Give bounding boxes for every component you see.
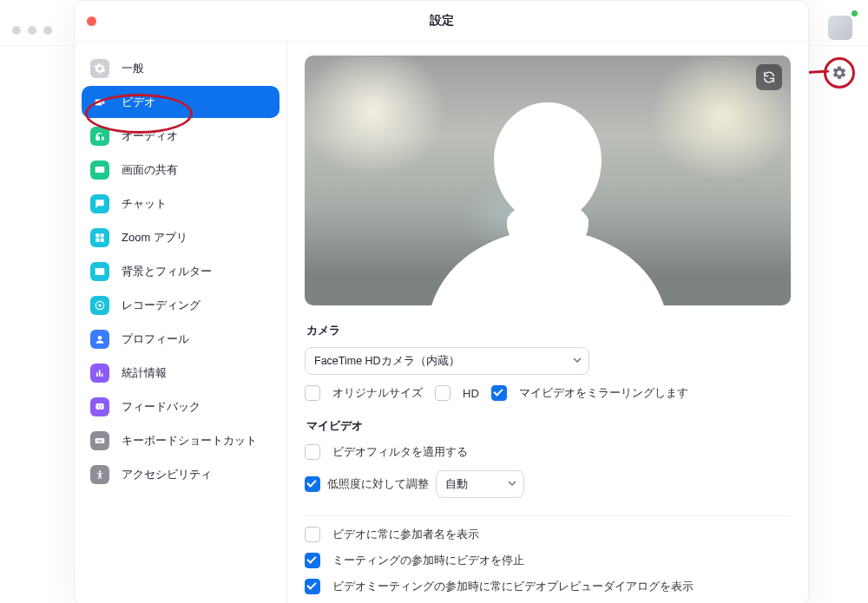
settings-sidebar: 一般ビデオオーディオ画面の共有チャットZoom アプリ背景とフィルターレコーディ… <box>75 42 287 603</box>
sidebar-item-label: 背景とフィルター <box>122 264 212 279</box>
svg-point-6 <box>97 405 99 407</box>
accessibility-icon <box>90 465 109 484</box>
profile-icon <box>90 330 109 349</box>
camera-section-label: カメラ <box>306 323 791 338</box>
sidebar-item-label: キーボードショートカット <box>122 433 257 449</box>
feedback-icon <box>90 397 109 416</box>
sidebar-item-3[interactable]: 画面の共有 <box>82 154 279 186</box>
low-light-mode-value: 自動 <box>445 477 468 492</box>
hd-checkbox[interactable] <box>435 385 450 401</box>
svg-point-7 <box>101 405 102 407</box>
preview-dialog-label: ビデオミーティングの参加時に常にビデオプレビューダイアログを表示 <box>332 579 694 594</box>
sidebar-item-11[interactable]: キーボードショートカット <box>82 424 279 456</box>
mirror-video-label: マイビデオをミラーリングします <box>519 385 688 401</box>
sidebar-item-label: オーディオ <box>122 128 178 144</box>
sidebar-item-label: 一般 <box>122 61 144 76</box>
apps-icon <box>90 228 109 247</box>
original-size-label: オリジナルサイズ <box>332 385 423 401</box>
toolbar-avatar-tile[interactable] <box>828 16 852 40</box>
sidebar-item-8[interactable]: プロフィール <box>82 323 279 355</box>
hd-label: HD <box>463 387 479 400</box>
sidebar-item-label: チャット <box>122 196 167 212</box>
video-filter-label: ビデオフィルタを適用する <box>332 444 468 460</box>
chevron-down-icon <box>508 478 516 490</box>
svg-rect-12 <box>98 441 102 442</box>
stop-video-on-join-checkbox[interactable] <box>305 553 320 568</box>
mirror-video-checkbox[interactable] <box>491 385 507 401</box>
svg-rect-10 <box>99 439 100 440</box>
divider <box>305 515 791 516</box>
low-light-checkbox[interactable] <box>305 476 320 492</box>
share-screen-icon <box>90 161 109 180</box>
sidebar-item-6[interactable]: 背景とフィルター <box>82 255 279 287</box>
video-preview <box>305 56 791 305</box>
video-icon <box>90 93 109 112</box>
svg-point-13 <box>99 470 101 472</box>
video-filter-checkbox[interactable] <box>305 444 320 460</box>
stats-icon <box>90 364 109 383</box>
settings-modal: 設定 一般ビデオオーディオ画面の共有チャットZoom アプリ背景とフィルターレコ… <box>74 0 809 603</box>
sidebar-item-10[interactable]: フィードバック <box>82 390 279 423</box>
sidebar-item-label: アクセシビリティ <box>122 467 212 482</box>
chevron-down-icon <box>573 355 582 367</box>
rotate-camera-button[interactable] <box>756 64 782 90</box>
avatar-silhouette-icon <box>426 87 669 305</box>
keyboard-icon <box>90 431 109 450</box>
sidebar-item-label: 統計情報 <box>122 365 167 381</box>
settings-content: カメラ FaceTime HDカメラ（内蔵） オリジナルサイズ HD マイビデオ… <box>287 42 808 603</box>
sidebar-item-0[interactable]: 一般 <box>82 52 279 84</box>
background-icon <box>90 262 109 281</box>
outer-window-traffic-lights <box>12 26 52 35</box>
svg-rect-5 <box>95 403 103 409</box>
sidebar-item-label: レコーディング <box>122 298 201 313</box>
sidebar-item-4[interactable]: チャット <box>82 187 279 220</box>
sidebar-item-7[interactable]: レコーディング <box>82 289 279 321</box>
display-name-label: ビデオに常に参加者名を表示 <box>332 527 479 542</box>
sidebar-item-12[interactable]: アクセシビリティ <box>82 458 279 490</box>
sidebar-item-label: プロフィール <box>122 331 189 347</box>
sidebar-item-5[interactable]: Zoom アプリ <box>82 221 279 253</box>
modal-title: 設定 <box>75 1 808 41</box>
camera-select-value: FaceTime HDカメラ（内蔵） <box>314 354 460 369</box>
display-name-checkbox[interactable] <box>305 527 320 542</box>
original-size-checkbox[interactable] <box>305 385 320 401</box>
preview-dialog-checkbox[interactable] <box>305 579 320 594</box>
sidebar-item-1[interactable]: ビデオ <box>82 86 279 118</box>
svg-point-4 <box>98 335 102 339</box>
low-light-label: 低照度に対して調整 <box>327 476 429 492</box>
sidebar-item-label: Zoom アプリ <box>122 230 187 246</box>
presence-dot-icon <box>852 10 858 16</box>
modal-titlebar: 設定 <box>75 1 808 42</box>
sidebar-item-9[interactable]: 統計情報 <box>82 357 279 389</box>
low-light-mode-select[interactable]: 自動 <box>436 470 524 498</box>
record-icon <box>90 296 109 315</box>
sidebar-item-label: 画面の共有 <box>122 162 178 178</box>
sidebar-item-label: ビデオ <box>122 95 155 110</box>
svg-rect-11 <box>101 439 102 440</box>
camera-select[interactable]: FaceTime HDカメラ（内蔵） <box>305 347 589 375</box>
svg-point-3 <box>98 304 102 307</box>
sidebar-item-2[interactable]: オーディオ <box>82 120 279 152</box>
svg-rect-9 <box>97 439 98 440</box>
gear-icon <box>90 59 109 78</box>
chat-icon <box>90 194 109 213</box>
stop-video-on-join-label: ミーティングの参加時にビデオを停止 <box>332 553 524 568</box>
headphones-icon <box>90 127 109 146</box>
my-video-section-label: マイビデオ <box>306 418 791 434</box>
sidebar-item-label: フィードバック <box>122 399 201 415</box>
